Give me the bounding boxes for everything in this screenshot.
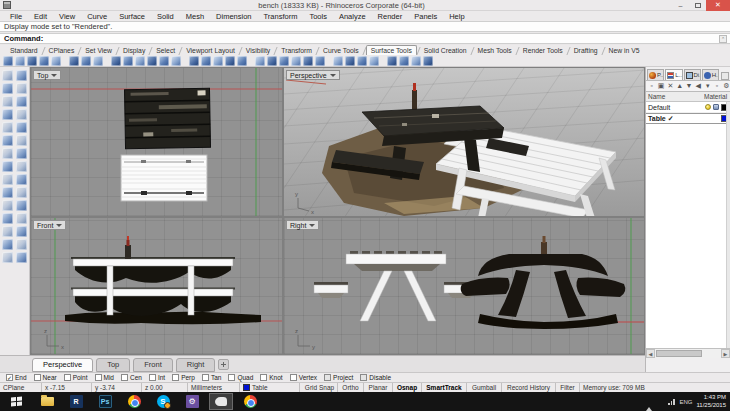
toolbar-tab-surface-tools[interactable]: Surface Tools [366, 45, 417, 55]
checkbox[interactable] [324, 374, 331, 381]
tool-icon[interactable] [291, 56, 301, 66]
ortho-toggle[interactable]: Ortho [338, 383, 364, 392]
tool-icon[interactable] [267, 56, 277, 66]
osnap-knot[interactable]: Knot [260, 374, 282, 381]
toolbar-tab-select[interactable]: Select [152, 46, 179, 55]
palette-icon[interactable] [2, 135, 13, 146]
panel-tab-layers[interactable]: L... [665, 69, 682, 80]
command-collapse-icon[interactable]: ⌃ [719, 35, 727, 43]
move-layer-up-icon[interactable]: ▲ [676, 81, 683, 91]
menu-dimension[interactable]: Dimension [210, 12, 257, 21]
osnap-perp[interactable]: Perp [172, 374, 195, 381]
osnap-end[interactable]: ✓End [6, 374, 27, 381]
tool-icon[interactable] [255, 56, 265, 66]
viewport-perspective[interactable]: Perspective [283, 67, 645, 217]
checkbox[interactable] [360, 374, 367, 381]
tool-icon[interactable] [123, 56, 133, 66]
tool-icon[interactable] [201, 56, 211, 66]
osnap-int[interactable]: Int [149, 374, 165, 381]
viewport-perspective-label[interactable]: Perspective [286, 70, 340, 80]
checkbox[interactable] [290, 374, 297, 381]
tool-icon[interactable] [303, 56, 313, 66]
settings-app-icon[interactable]: ⚙ [180, 393, 204, 410]
toolbar-tab-cplanes[interactable]: CPlanes [45, 46, 79, 55]
gumball-toggle[interactable]: Gumball [467, 383, 502, 392]
tool-icon[interactable] [135, 56, 145, 66]
menu-view[interactable]: View [53, 12, 81, 21]
grid-snap-toggle[interactable]: Grid Snap [302, 383, 338, 392]
tool-icon[interactable] [423, 56, 433, 66]
viewport-tab-front[interactable]: Front [133, 358, 173, 372]
clock[interactable]: 1:43 PM 11/25/2015 [696, 394, 726, 409]
menu-file[interactable]: File [4, 12, 28, 21]
palette-icon[interactable] [16, 200, 27, 211]
tool-icon[interactable] [27, 56, 37, 66]
tool-icon[interactable] [237, 56, 247, 66]
palette-icon[interactable] [2, 148, 13, 159]
menu-help[interactable]: Help [443, 12, 470, 21]
scroll-right-icon[interactable]: ▶ [721, 349, 730, 358]
panel-tab-help[interactable]: H... [702, 69, 719, 80]
menu-mesh[interactable]: Mesh [180, 12, 210, 21]
tool-icon[interactable] [315, 56, 325, 66]
palette-icon[interactable] [16, 239, 27, 250]
palette-icon[interactable] [16, 109, 27, 120]
new-viewport-tab-icon[interactable] [218, 359, 229, 370]
layer-row-table[interactable]: Table ✓ [646, 113, 730, 124]
osnap-point[interactable]: Point [64, 374, 88, 381]
smarttrack-toggle[interactable]: SmartTrack [422, 383, 467, 392]
command-prompt[interactable]: Command: ⌃ [0, 33, 730, 44]
tool-icon[interactable] [369, 56, 379, 66]
right-view-canvas[interactable]: z y [284, 218, 645, 355]
layer-lock-icon[interactable] [713, 104, 719, 110]
toolbar-tab-solid-creation[interactable]: Solid Creation [420, 46, 471, 55]
osnap-mid[interactable]: Mid [95, 374, 114, 381]
osnap-disable[interactable]: Disable [360, 374, 391, 381]
toolbar-tab-drafting[interactable]: Drafting [570, 46, 602, 55]
checkbox[interactable] [95, 374, 102, 381]
palette-icon[interactable] [2, 83, 13, 94]
viewport-tab-top[interactable]: Top [96, 358, 130, 372]
palette-icon[interactable] [2, 200, 13, 211]
toolbar-tab-new-in-v5[interactable]: New in V5 [605, 46, 644, 55]
panel-tab-display[interactable]: Di... [684, 69, 701, 80]
checkbox[interactable] [260, 374, 267, 381]
record-history-toggle[interactable]: Record History [502, 383, 556, 392]
units-cell[interactable]: Millimeters [188, 383, 240, 392]
toolbar-tab-set-view[interactable]: Set View [81, 46, 116, 55]
panel-menu-icon[interactable] [721, 72, 729, 80]
palette-icon[interactable] [2, 122, 13, 133]
hidden-icons-icon[interactable] [646, 398, 653, 405]
volume-icon[interactable] [657, 398, 664, 405]
checkbox[interactable] [149, 374, 156, 381]
skype-icon[interactable]: S [151, 393, 175, 410]
menu-analyze[interactable]: Analyze [333, 12, 372, 21]
tool-icon[interactable] [279, 56, 289, 66]
viewport-right-label[interactable]: Right [286, 220, 319, 230]
menu-curve[interactable]: Curve [81, 12, 113, 21]
tool-icon[interactable] [15, 56, 25, 66]
toolbar-tab-viewport-layout[interactable]: Viewport Layout [182, 46, 239, 55]
checkbox[interactable] [121, 374, 128, 381]
palette-icon[interactable] [16, 226, 27, 237]
palette-icon[interactable] [2, 96, 13, 107]
move-layer-left-icon[interactable]: ◀ [695, 81, 702, 91]
palette-icon[interactable] [2, 109, 13, 120]
checkbox[interactable] [228, 374, 235, 381]
viewport-front-label[interactable]: Front [33, 220, 66, 230]
revit-icon[interactable]: R [64, 393, 88, 410]
viewport-dropdown-icon[interactable] [51, 74, 57, 77]
viewport-top-label[interactable]: Top [33, 70, 61, 80]
palette-icon[interactable] [2, 226, 13, 237]
tool-icon[interactable] [345, 56, 355, 66]
menu-solid[interactable]: Solid [151, 12, 180, 21]
palette-icon[interactable] [16, 148, 27, 159]
close-button[interactable]: ✕ [706, 0, 730, 11]
viewport-dropdown-icon[interactable] [309, 224, 315, 227]
perspective-canvas[interactable]: y x [284, 68, 645, 217]
tool-icon[interactable] [69, 56, 79, 66]
layer-visibility-icon[interactable] [705, 104, 711, 110]
palette-icon[interactable] [16, 96, 27, 107]
osnap-quad[interactable]: Quad [228, 374, 253, 381]
current-layer-cell[interactable]: Table [240, 383, 300, 392]
